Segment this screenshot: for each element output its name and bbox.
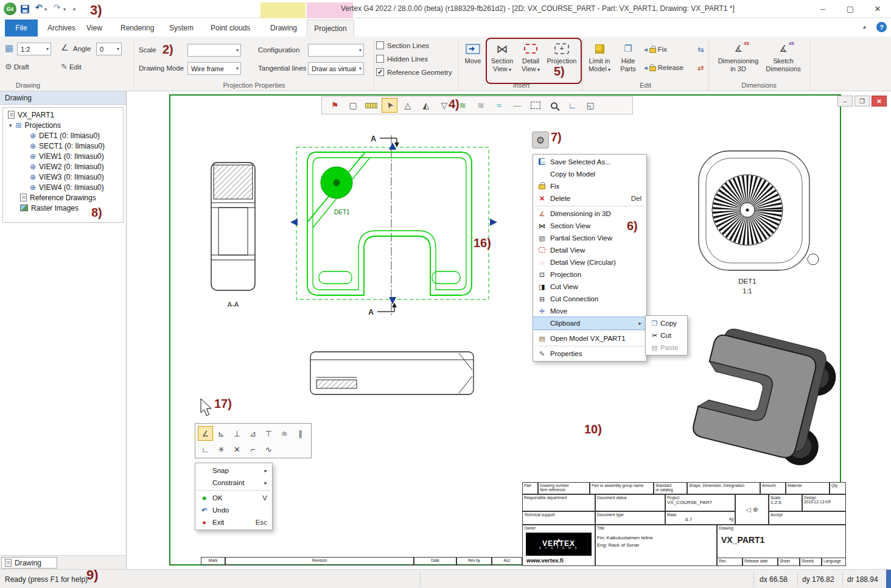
constraint-wave-icon[interactable]: ∿ — [261, 442, 276, 457]
submenu-item-paste[interactable]: ▤Paste — [646, 341, 687, 354]
tab-rendering[interactable]: Rendering — [113, 19, 161, 37]
tree-item-view2[interactable]: ⊕VIEW2 (0: Ilmiasu0) — [30, 161, 104, 172]
section-lines-checkbox[interactable] — [376, 41, 384, 49]
submenu-item-copy[interactable]: ❐Copy — [646, 317, 687, 329]
constraint-cross-icon[interactable]: ✕ — [229, 442, 245, 457]
doc-close-button[interactable]: ✕ — [872, 96, 887, 107]
constraint-angle-icon[interactable]: ∠ — [198, 426, 213, 441]
tab-projection[interactable]: Projection — [307, 19, 354, 37]
swap-icon[interactable]: ⇆ — [697, 45, 704, 54]
hide-parts-button[interactable]: ❐ Hide Parts — [615, 39, 641, 72]
tree-item-view1[interactable]: ⊕VIEW1 (0: Ilmiasu0) — [30, 151, 104, 161]
configuration-combo[interactable] — [308, 44, 364, 57]
constraint-arc-angle-icon[interactable]: ⊾ — [214, 426, 229, 441]
draft-button[interactable]: ⚙Draft — [5, 62, 29, 71]
triangle-tool-icon[interactable]: △ — [400, 98, 416, 113]
panel-tab-drawing[interactable]: Drawing — [1, 557, 57, 569]
redo-icon[interactable]: ↷ — [54, 2, 61, 12]
window-close-button[interactable]: ✕ — [864, 0, 891, 18]
fix-button[interactable]: ◂ Fix — [644, 45, 667, 54]
doc-minimize-button[interactable]: – — [837, 96, 853, 107]
marquee-select-icon[interactable] — [528, 98, 543, 113]
quick-scale-combo[interactable]: 1:2 — [17, 43, 51, 55]
constraint-equal-icon[interactable]: ≐ — [277, 426, 292, 441]
tree-item-vx-part1[interactable]: VX_PART1 — [8, 110, 54, 120]
menu-item-delete[interactable]: ✕DeleteDel — [533, 192, 646, 205]
menu-item-fix[interactable]: Fix — [533, 180, 646, 192]
menu-item-save-selected-as[interactable]: Save Selected As... — [533, 156, 646, 168]
help-icon[interactable]: ? — [876, 22, 887, 32]
edit-button[interactable]: ✎Edit — [61, 62, 82, 71]
collapse-ribbon-icon[interactable]: ▴ — [863, 23, 866, 30]
menu-item-projection[interactable]: ⊡Projection — [533, 268, 646, 281]
save-icon[interactable] — [21, 5, 29, 13]
tree-item-raster-images[interactable]: Raster Images — [20, 203, 79, 213]
redo-caret-icon[interactable]: ▾ — [63, 7, 66, 12]
window-maximize-button[interactable]: ▢ — [837, 0, 864, 18]
view-settings-gear-button[interactable]: ⚙ — [532, 131, 549, 149]
constraint-right-angle-icon[interactable]: ∟ — [198, 442, 213, 457]
qat-more-icon[interactable]: ▾ — [73, 7, 75, 12]
constraint-perpendicular-icon[interactable]: ⊥ — [229, 426, 245, 441]
fit-window-icon[interactable]: ◱ — [582, 98, 598, 113]
pin-icon[interactable]: ⚑ — [327, 98, 343, 113]
doc-restore-button[interactable]: ❐ — [854, 96, 870, 107]
ruler-icon[interactable] — [363, 98, 379, 113]
scale-combo[interactable] — [187, 44, 241, 57]
chevron-down-icon[interactable]: ▾ — [9, 122, 12, 128]
tree-item-sect1[interactable]: ⊕SECT1 (0: Ilmiasu0) — [30, 141, 105, 151]
tree-item-reference-drawings[interactable]: Reference Drawings — [20, 192, 96, 203]
swap-release-icon[interactable]: ⇄ — [697, 63, 704, 72]
menu-item-dimensioning-in-3d[interactable]: ∡Dimensioning in 3D — [533, 208, 646, 220]
submenu-item-cut[interactable]: ✂Cut — [646, 329, 687, 341]
drawing-workspace[interactable]: A-A A A — [127, 91, 891, 569]
constraint-parallel-icon[interactable]: ∥ — [293, 426, 308, 441]
undo-caret-icon[interactable]: ▾ — [44, 7, 47, 12]
axes-icon[interactable]: ∟ — [564, 98, 580, 113]
layers-gray-icon[interactable]: ≋ — [473, 98, 489, 113]
tab-point-clouds[interactable]: Point clouds — [203, 19, 257, 37]
sketch-dimensions-button[interactable]: ∡45 Sketch Dimensions — [764, 39, 802, 72]
tangential-lines-combo[interactable]: Draw as virtual — [308, 62, 364, 75]
tree-item-view3[interactable]: ⊕VIEW3 (0: Ilmiasu0) — [30, 172, 104, 182]
window-minimize-button[interactable]: – — [809, 0, 836, 18]
constraint-corner-icon[interactable]: ⌐ — [245, 442, 260, 457]
menu-item-constraint[interactable]: Constraint▸ — [195, 477, 272, 489]
tab-archives[interactable]: Archives — [40, 19, 83, 37]
menu-item-properties[interactable]: ✎Properties — [533, 348, 646, 360]
tree-item-projections[interactable]: ▾⊞Projections — [9, 120, 61, 130]
release-button[interactable]: ◂ Release — [644, 63, 683, 72]
app-logo-icon[interactable]: G4 — [4, 2, 16, 15]
menu-item-cut-connection[interactable]: ⊟Cut Connection — [533, 293, 646, 305]
undo-icon[interactable]: ↶ — [35, 2, 43, 12]
constraint-tangent-icon[interactable]: ⊤ — [261, 426, 276, 441]
menu-item-detail-view-circular[interactable]: ◌Detail View (Circular) — [533, 256, 646, 268]
line-icon[interactable]: — — [509, 98, 525, 113]
menu-item-partial-section-view[interactable]: ▧Partial Section View — [533, 232, 646, 244]
tab-system[interactable]: System — [162, 19, 201, 37]
select-box-icon[interactable]: ▢ — [345, 98, 361, 113]
constraint-triangle-icon[interactable]: ⊿ — [245, 426, 260, 441]
dimensioning-in-3d-button[interactable]: ∡45 Dimensioning in 3D — [717, 39, 760, 72]
reference-geometry-checkbox[interactable] — [376, 68, 384, 76]
menu-item-undo[interactable]: ↶Undo — [195, 504, 272, 516]
menu-item-detail-view[interactable]: Detail View — [533, 244, 646, 256]
menu-item-clipboard[interactable]: Clipboard▸ — [533, 317, 646, 329]
tab-file[interactable]: File — [5, 19, 38, 37]
layers-cyan-icon[interactable]: ≈ — [491, 98, 507, 113]
menu-item-snap[interactable]: Snap▸ — [195, 464, 272, 477]
limit-in-model-button[interactable]: Limit in Model — [585, 39, 613, 74]
tab-drawing[interactable]: Drawing — [262, 19, 306, 37]
angle-combo[interactable]: 0 — [96, 43, 122, 55]
constraint-star-icon[interactable]: ✳ — [214, 442, 229, 457]
tree-item-view4[interactable]: ⊕VIEW4 (0: Ilmiasu0) — [30, 182, 104, 192]
drawing-mode-combo[interactable]: Wire frame — [187, 62, 241, 75]
tree-item-det1[interactable]: ⊕DET1 (0: Ilmiasu0) — [30, 130, 100, 141]
menu-item-copy-to-model[interactable]: Copy to Model — [533, 168, 646, 180]
hidden-lines-checkbox[interactable] — [376, 55, 384, 63]
triangle-shaded-icon[interactable]: ◭ — [418, 98, 434, 113]
move-button[interactable]: Move — [460, 39, 486, 65]
resize-grip[interactable] — [886, 570, 891, 588]
zoom-icon[interactable] — [546, 98, 562, 113]
menu-item-exit[interactable]: ●ExitEsc — [195, 516, 272, 528]
